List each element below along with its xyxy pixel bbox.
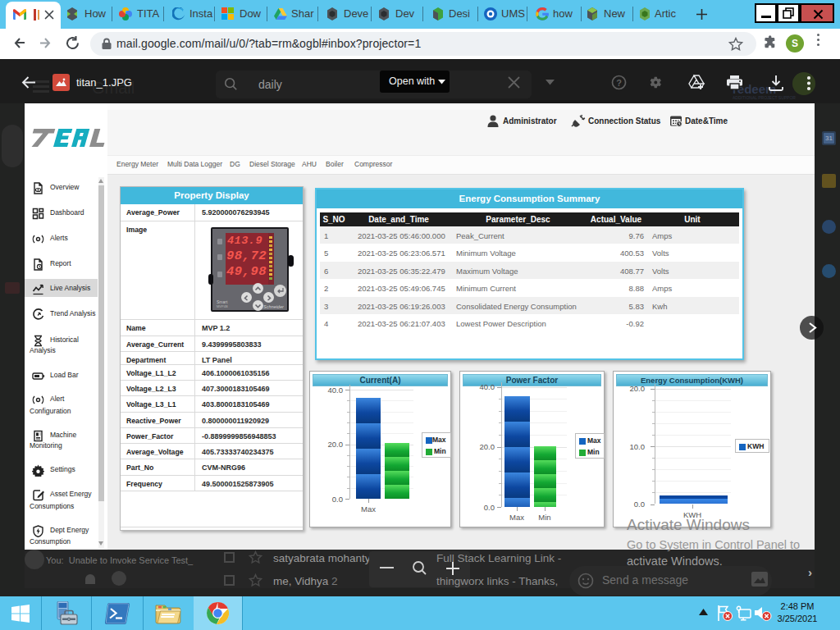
svg-text:?: ? xyxy=(616,78,622,88)
